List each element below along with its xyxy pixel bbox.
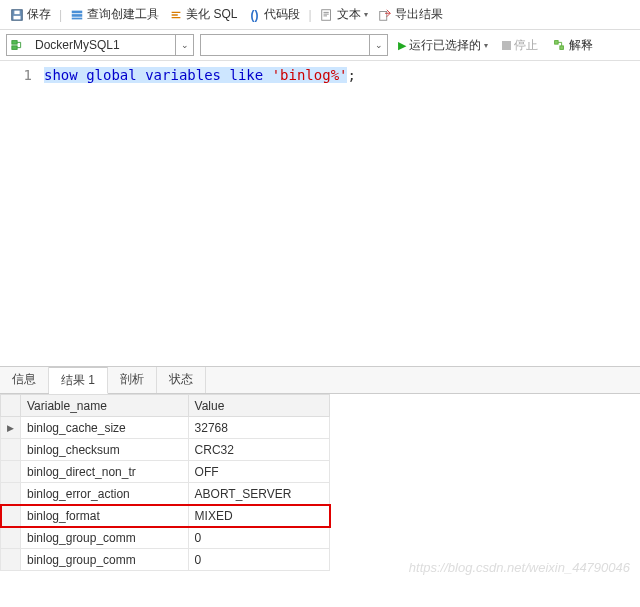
table-row[interactable]: binlog_group_comm0 — [1, 527, 330, 549]
separator: | — [57, 8, 64, 22]
text-label: 文本 — [337, 6, 361, 23]
run-label: 运行已选择的 — [409, 37, 481, 54]
cell-variable-name[interactable]: binlog_error_action — [21, 483, 189, 505]
row-indicator — [1, 505, 21, 527]
svg-rect-2 — [14, 10, 19, 14]
line-number: 1 — [0, 67, 32, 83]
snippet-button[interactable]: () 代码段 — [243, 4, 304, 25]
cell-value[interactable]: OFF — [188, 461, 329, 483]
dropdown-arrow-icon: ▾ — [364, 10, 368, 19]
svg-rect-4 — [72, 14, 83, 17]
snippet-label: 代码段 — [264, 6, 300, 23]
sql-string: 'binlog%' — [272, 67, 348, 83]
code-area[interactable]: show global variables like 'binlog%'; — [40, 61, 640, 366]
stop-label: 停止 — [514, 37, 538, 54]
column-header[interactable]: Variable_name — [21, 395, 189, 417]
cell-variable-name[interactable]: binlog_group_comm — [21, 527, 189, 549]
stop-button: 停止 — [498, 35, 542, 56]
sql-keyword: global — [86, 67, 137, 83]
beautify-button[interactable]: 美化 SQL — [165, 4, 241, 25]
export-button[interactable]: 导出结果 — [374, 4, 447, 25]
row-indicator — [1, 527, 21, 549]
save-button[interactable]: 保存 — [6, 4, 55, 25]
table-row[interactable]: binlog_direct_non_trOFF — [1, 461, 330, 483]
svg-rect-6 — [321, 9, 330, 20]
beautify-icon — [169, 8, 183, 22]
table-row[interactable]: ▶binlog_cache_size32768 — [1, 417, 330, 439]
save-icon — [10, 8, 24, 22]
play-icon: ▶ — [398, 39, 406, 52]
svg-rect-10 — [555, 41, 559, 45]
sql-keyword: variables — [145, 67, 221, 83]
connection-combo[interactable]: DockerMySQL1 ⌄ — [6, 34, 194, 56]
explain-label: 解释 — [569, 37, 593, 54]
table-row[interactable]: binlog_formatMIXED — [1, 505, 330, 527]
svg-rect-3 — [72, 10, 83, 13]
chevron-down-icon: ⌄ — [175, 35, 193, 55]
cell-variable-name[interactable]: binlog_checksum — [21, 439, 189, 461]
database-combo[interactable]: ⌄ — [200, 34, 388, 56]
export-label: 导出结果 — [395, 6, 443, 23]
table-row[interactable]: binlog_error_actionABORT_SERVER — [1, 483, 330, 505]
snippet-icon: () — [247, 8, 261, 22]
cell-value[interactable]: MIXED — [188, 505, 329, 527]
text-icon — [320, 8, 334, 22]
cell-variable-name[interactable]: binlog_cache_size — [21, 417, 189, 439]
cell-value[interactable]: 32768 — [188, 417, 329, 439]
query-builder-label: 查询创建工具 — [87, 6, 159, 23]
save-label: 保存 — [27, 6, 51, 23]
svg-rect-8 — [12, 41, 17, 45]
cell-value[interactable]: 0 — [188, 527, 329, 549]
watermark: https://blog.csdn.net/weixin_44790046 — [409, 560, 630, 571]
row-indicator: ▶ — [1, 417, 21, 439]
svg-rect-1 — [14, 15, 21, 19]
run-button[interactable]: ▶ 运行已选择的 ▾ — [394, 35, 492, 56]
cell-variable-name[interactable]: binlog_group_comm — [21, 549, 189, 571]
svg-rect-11 — [560, 46, 564, 50]
connection-value: DockerMySQL1 — [29, 38, 175, 52]
row-indicator — [1, 439, 21, 461]
row-indicator — [1, 549, 21, 571]
connection-icon — [7, 38, 29, 52]
sql-keyword: show — [44, 67, 78, 83]
cell-value[interactable]: ABORT_SERVER — [188, 483, 329, 505]
chevron-down-icon: ⌄ — [369, 35, 387, 55]
svg-rect-5 — [72, 17, 83, 19]
row-indicator-header — [1, 395, 21, 417]
cell-value[interactable]: 0 — [188, 549, 329, 571]
row-indicator — [1, 461, 21, 483]
sql-semicolon: ; — [347, 67, 355, 83]
export-icon — [378, 8, 392, 22]
tab-result-1[interactable]: 结果 1 — [49, 367, 108, 394]
separator: | — [306, 8, 313, 22]
table-row[interactable]: binlog_group_comm0 — [1, 549, 330, 571]
tab-status[interactable]: 状态 — [157, 367, 206, 393]
line-gutter: 1 — [0, 61, 40, 366]
row-indicator — [1, 483, 21, 505]
explain-icon — [552, 38, 566, 52]
svg-rect-9 — [12, 46, 17, 50]
cell-variable-name[interactable]: binlog_direct_non_tr — [21, 461, 189, 483]
result-tabs: 信息 结果 1 剖析 状态 — [0, 366, 640, 394]
cell-value[interactable]: CRC32 — [188, 439, 329, 461]
tab-info[interactable]: 信息 — [0, 367, 49, 393]
query-builder-icon — [70, 8, 84, 22]
text-button[interactable]: 文本 ▾ — [316, 4, 372, 25]
stop-icon — [502, 41, 511, 50]
table-row[interactable]: binlog_checksumCRC32 — [1, 439, 330, 461]
explain-button[interactable]: 解释 — [548, 35, 597, 56]
sql-keyword: like — [229, 67, 263, 83]
sql-editor[interactable]: 1 show global variables like 'binlog%'; — [0, 61, 640, 366]
query-builder-button[interactable]: 查询创建工具 — [66, 4, 163, 25]
result-grid[interactable]: Variable_name Value ▶binlog_cache_size32… — [0, 394, 330, 571]
connection-row: DockerMySQL1 ⌄ ⌄ ▶ 运行已选择的 ▾ 停止 解释 — [0, 30, 640, 61]
main-toolbar: 保存 | 查询创建工具 美化 SQL () 代码段 | 文本 ▾ 导出结果 — [0, 0, 640, 30]
dropdown-arrow-icon: ▾ — [484, 41, 488, 50]
beautify-label: 美化 SQL — [186, 6, 237, 23]
cell-variable-name[interactable]: binlog_format — [21, 505, 189, 527]
column-header[interactable]: Value — [188, 395, 329, 417]
tab-profile[interactable]: 剖析 — [108, 367, 157, 393]
